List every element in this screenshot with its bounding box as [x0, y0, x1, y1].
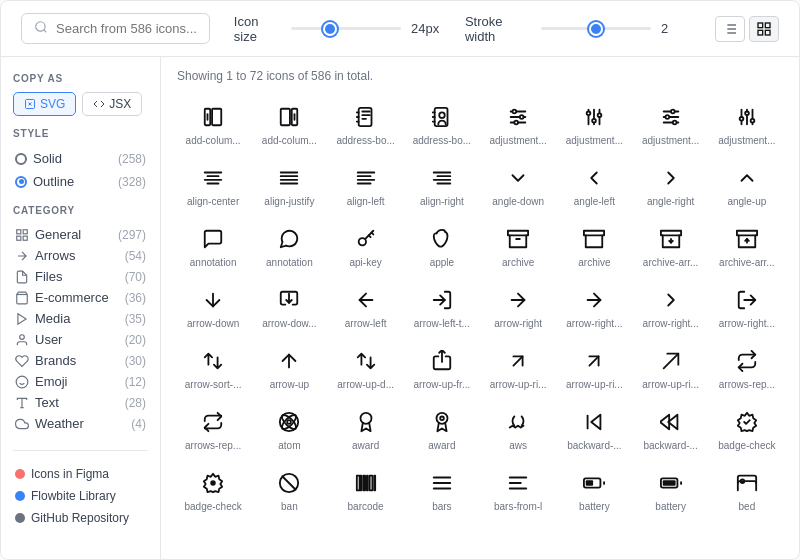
icon-cell[interactable]: backward-...: [558, 400, 630, 457]
icon-image: [430, 471, 454, 495]
cat-label: E-commerce: [35, 290, 119, 305]
icon-cell[interactable]: ban: [253, 461, 325, 518]
icon-cell[interactable]: annotation: [253, 217, 325, 274]
icon-size-slider[interactable]: [291, 27, 401, 30]
icon-cell[interactable]: align-right: [406, 156, 478, 213]
category-item-general[interactable]: General (297): [13, 224, 148, 245]
icon-cell[interactable]: align-center: [177, 156, 249, 213]
icon-cell[interactable]: battery: [635, 461, 707, 518]
icon-cell[interactable]: arrow-up-fr...: [406, 339, 478, 396]
category-item-arrows[interactable]: Arrows (54): [13, 245, 148, 266]
category-item-brands[interactable]: Brands (30): [13, 350, 148, 371]
icon-cell[interactable]: atom: [253, 400, 325, 457]
icon-cell[interactable]: adjustment...: [558, 95, 630, 152]
svg-rect-122: [586, 480, 593, 486]
icon-cell[interactable]: arrow-right...: [558, 278, 630, 335]
icon-cell[interactable]: adjustment...: [482, 95, 554, 152]
icon-cell[interactable]: bed: [711, 461, 783, 518]
cat-icon-weather: [15, 417, 29, 431]
category-item-files[interactable]: Files (70): [13, 266, 148, 287]
icon-cell[interactable]: backward-...: [635, 400, 707, 457]
icon-cell[interactable]: archive: [482, 217, 554, 274]
icon-cell[interactable]: arrow-up-ri...: [635, 339, 707, 396]
category-item-user[interactable]: User (20): [13, 329, 148, 350]
icon-cell[interactable]: arrow-right: [482, 278, 554, 335]
category-item-weather[interactable]: Weather (4): [13, 413, 148, 434]
icon-label: arrow-dow...: [257, 318, 321, 329]
icon-cell[interactable]: award: [406, 400, 478, 457]
svg-rect-80: [584, 231, 604, 236]
icon-cell[interactable]: award: [330, 400, 402, 457]
footer-link[interactable]: Flowbite Library: [13, 485, 148, 507]
icon-cell[interactable]: battery: [558, 461, 630, 518]
icon-cell[interactable]: arrow-up-ri...: [482, 339, 554, 396]
icon-cell[interactable]: archive-arr...: [711, 217, 783, 274]
category-item-media[interactable]: Media (35): [13, 308, 148, 329]
search-input[interactable]: [56, 21, 197, 36]
icon-image: [277, 288, 301, 312]
cat-label: General: [35, 227, 112, 242]
icon-cell[interactable]: arrow-left-t...: [406, 278, 478, 335]
footer-link[interactable]: Icons in Figma: [13, 463, 148, 485]
icon-cell[interactable]: arrow-dow...: [253, 278, 325, 335]
svg-rect-11: [758, 30, 763, 35]
icon-cell[interactable]: address-bo...: [330, 95, 402, 152]
icon-cell[interactable]: adjustment...: [635, 95, 707, 152]
style-outline[interactable]: Outline (328): [13, 170, 148, 193]
icon-cell[interactable]: archive: [558, 217, 630, 274]
svg-point-59: [745, 112, 749, 116]
icon-label: angle-up: [715, 196, 779, 207]
icon-cell[interactable]: bars-from-l: [482, 461, 554, 518]
icon-cell[interactable]: angle-left: [558, 156, 630, 213]
icon-cell[interactable]: bars: [406, 461, 478, 518]
style-solid[interactable]: Solid (258): [13, 147, 148, 170]
cat-count: (30): [125, 354, 146, 368]
icon-cell[interactable]: arrows-rep...: [177, 400, 249, 457]
svg-point-58: [740, 117, 744, 121]
icon-cell[interactable]: add-colum...: [177, 95, 249, 152]
footer-link[interactable]: GitHub Repository: [13, 507, 148, 529]
svg-copy-button[interactable]: SVG: [13, 92, 76, 116]
icon-cell[interactable]: barcode: [330, 461, 402, 518]
icon-cell[interactable]: add-colum...: [253, 95, 325, 152]
icon-cell[interactable]: angle-down: [482, 156, 554, 213]
stroke-width-slider[interactable]: [541, 27, 651, 30]
icon-cell[interactable]: arrow-right...: [635, 278, 707, 335]
cat-count: (4): [131, 417, 146, 431]
icon-cell[interactable]: arrow-down: [177, 278, 249, 335]
category-item-text[interactable]: Text (28): [13, 392, 148, 413]
icon-label: address-bo...: [334, 135, 398, 146]
icon-cell[interactable]: align-justify: [253, 156, 325, 213]
grid-view-button[interactable]: [749, 16, 779, 42]
icon-cell[interactable]: archive-arr...: [635, 217, 707, 274]
icon-cell[interactable]: angle-up: [711, 156, 783, 213]
icon-cell[interactable]: arrow-sort-...: [177, 339, 249, 396]
icon-image: [582, 227, 606, 251]
icon-cell[interactable]: arrow-up: [253, 339, 325, 396]
sidebar-footer: Icons in Figma Flowbite Library GitHub R…: [13, 450, 148, 529]
icon-cell[interactable]: badge-check: [177, 461, 249, 518]
category-item-emoji[interactable]: Emoji (12): [13, 371, 148, 392]
footer-dot: [15, 491, 25, 501]
jsx-copy-button[interactable]: JSX: [82, 92, 142, 116]
icon-cell[interactable]: arrow-left: [330, 278, 402, 335]
icon-cell[interactable]: arrow-up-ri...: [558, 339, 630, 396]
icon-cell[interactable]: apple: [406, 217, 478, 274]
icon-label: add-colum...: [257, 135, 321, 146]
icon-cell[interactable]: aws: [482, 400, 554, 457]
icon-cell[interactable]: angle-right: [635, 156, 707, 213]
search-box[interactable]: [21, 13, 210, 44]
list-view-button[interactable]: [715, 16, 745, 42]
icon-cell[interactable]: adjustment...: [711, 95, 783, 152]
icon-label: battery: [639, 501, 703, 512]
icon-cell[interactable]: badge-check: [711, 400, 783, 457]
icon-cell[interactable]: arrows-rep...: [711, 339, 783, 396]
icon-cell[interactable]: annotation: [177, 217, 249, 274]
icon-cell[interactable]: arrow-up-d...: [330, 339, 402, 396]
category-item-e-commerce[interactable]: E-commerce (36): [13, 287, 148, 308]
icon-cell[interactable]: arrow-right...: [711, 278, 783, 335]
icon-cell[interactable]: align-left: [330, 156, 402, 213]
svg-point-20: [16, 376, 28, 388]
icon-cell[interactable]: address-bo...: [406, 95, 478, 152]
icon-cell[interactable]: api-key: [330, 217, 402, 274]
